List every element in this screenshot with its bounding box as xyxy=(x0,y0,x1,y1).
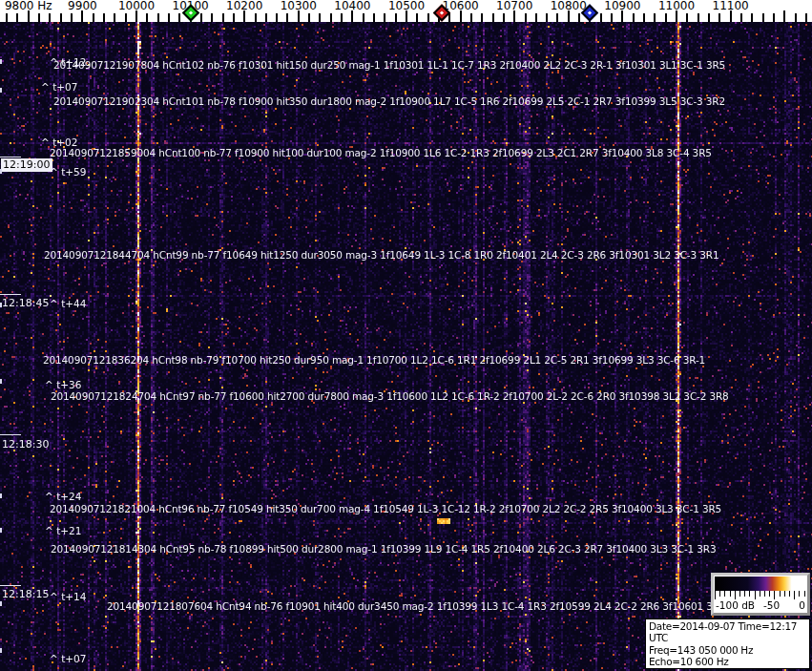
info-observer-code: HPHK xyxy=(649,668,806,671)
event-edge-mark xyxy=(0,88,2,93)
info-date-time: Date=2014-09-07 Time=12:17 UTC xyxy=(649,620,806,644)
event-edge-mark xyxy=(0,303,2,307)
event-edge-mark xyxy=(0,648,2,653)
db-tick xyxy=(724,591,725,597)
db-scale-ticks xyxy=(715,591,806,599)
detection-log-line: 20140907121821004 hCnt96 nb-77 f10549 hi… xyxy=(50,503,721,514)
db-tick xyxy=(755,591,756,599)
time-tick xyxy=(0,294,21,295)
annotation-overlay: 12:19:0012:18:4512:18:3012:18:15^ t+12^ … xyxy=(0,0,812,671)
event-edge-mark xyxy=(0,379,2,384)
detection-log-line: 20140907121814304 hCnt95 nb-78 f10899 hi… xyxy=(51,543,716,555)
time-tick xyxy=(0,434,21,435)
time-offset-tag: ^ t+07 xyxy=(50,653,86,664)
event-edge-mark xyxy=(0,528,2,533)
db-tick xyxy=(749,591,750,597)
meteor-echo-spectrogram-window: 9800 Hz990010000101001020010300104001050… xyxy=(0,0,812,671)
db-tick xyxy=(769,591,770,597)
event-edge-mark xyxy=(0,169,2,174)
db-label-min: -100 dB xyxy=(716,599,755,611)
detection-log-line: 20140907121902304 hCnt101 nb-78 f10900 h… xyxy=(53,95,725,107)
event-edge-mark xyxy=(0,59,2,64)
db-label-max: 0 xyxy=(799,599,805,611)
time-tick xyxy=(0,157,21,157)
db-tick xyxy=(784,591,785,597)
detection-log-line: 20140907121807604 hCnt94 nb-76 f10901 hi… xyxy=(107,600,772,612)
intensity-gradient-bar xyxy=(715,577,806,591)
time-offset-tag: ^ t+59 xyxy=(50,166,86,178)
db-tick xyxy=(739,591,740,597)
db-tick xyxy=(730,591,731,597)
db-tick xyxy=(780,591,781,597)
db-tick xyxy=(719,591,720,597)
time-label: 12:18:30 xyxy=(2,438,49,451)
time-label: 12:18:45 xyxy=(2,297,49,309)
db-tick xyxy=(760,591,760,597)
db-tick xyxy=(764,591,765,597)
detection-log-line: 20140907121836204 hCnt98 nb-79 f10700 hi… xyxy=(43,354,705,366)
db-tick xyxy=(799,591,800,597)
db-tick xyxy=(804,591,805,597)
detection-log-line: 20140907121859004 hCnt100 nb-77 f10900 h… xyxy=(50,147,712,158)
db-tick xyxy=(735,591,736,599)
db-scale-legend: -100 dB -50 0 xyxy=(711,573,810,616)
time-tick xyxy=(0,585,21,586)
time-label: 12:18:15 xyxy=(2,588,49,600)
db-label-mid: -50 xyxy=(763,599,780,611)
db-tick xyxy=(789,591,790,597)
detection-log-line: 20140907121844704 hCnt99 nb-77 f10649 hi… xyxy=(44,249,718,261)
db-tick xyxy=(774,591,775,599)
time-offset-tag: ^ t+14 xyxy=(50,591,86,602)
db-tick xyxy=(794,591,795,599)
db-scale-labels: -100 dB -50 0 xyxy=(715,599,806,611)
time-offset-tag: ^ t+36 xyxy=(45,379,81,390)
info-frequency: Freq=143 050 000 Hz xyxy=(649,644,806,656)
time-offset-tag: ^ t+07 xyxy=(41,81,77,93)
detection-log-line: 20140907121824704 hCnt97 nb-77 f10600 hi… xyxy=(51,390,729,402)
detection-log-line: 20140907121907804 hCnt102 nb-76 f10301 h… xyxy=(53,59,725,71)
event-edge-mark xyxy=(0,493,2,498)
time-offset-tag: ^ t+24 xyxy=(45,491,81,502)
time-label: 12:19:00 xyxy=(1,158,52,172)
time-offset-tag: ^ t+44 xyxy=(50,298,86,309)
db-tick xyxy=(715,591,716,599)
db-tick xyxy=(744,591,745,597)
time-offset-tag: ^ t+21 xyxy=(45,525,81,536)
event-edge-mark xyxy=(0,601,2,606)
info-echo: Echo=10 600 Hz xyxy=(649,656,806,667)
status-info-box: Date=2014-09-07 Time=12:17 UTC Freq=143 … xyxy=(645,619,810,669)
